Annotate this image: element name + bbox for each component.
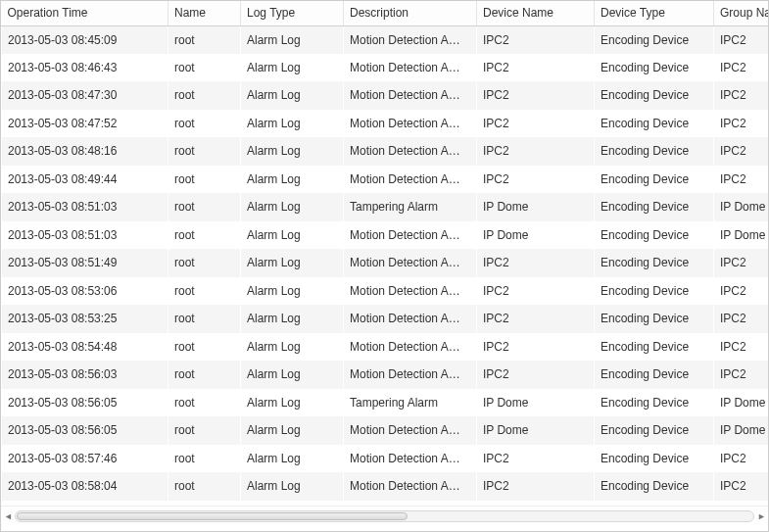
cell-device-type: Encoding Device	[595, 445, 714, 473]
cell-log-type: Alarm Log	[241, 221, 344, 250]
cell-group-name: IPC2	[714, 472, 769, 501]
cell-device-type: Encoding Device	[595, 277, 714, 306]
cell-operation-time: 2013-05-03 08:57:46	[2, 445, 168, 473]
cell-group-name: IPC2	[714, 277, 769, 306]
cell-device-type: Encoding Device	[595, 81, 714, 110]
cell-operation-time: 2013-05-03 08:45:09	[2, 25, 168, 54]
cell-device-name: IP Dome	[477, 416, 595, 445]
cell-device-name: IP Dome	[477, 193, 595, 221]
cell-operation-time: 2013-05-03 08:56:05	[2, 416, 168, 445]
cell-operation-time: 2013-05-03 08:51:03	[2, 193, 168, 221]
cell-group-name: IPC2	[714, 249, 769, 277]
table-row[interactable]: 2013-05-03 08:47:30rootAlarm LogMotion D…	[2, 81, 769, 110]
table-row[interactable]: 2013-05-03 08:56:05rootAlarm LogTamperin…	[2, 389, 769, 417]
cell-name: root	[168, 81, 241, 110]
cell-operation-time: 2013-05-03 08:49:44	[2, 166, 168, 194]
cell-device-name: IPC2	[477, 81, 595, 110]
cell-description: Motion Detection A…	[344, 110, 477, 138]
cell-device-type: Encoding Device	[595, 333, 714, 362]
cell-device-name: IPC2	[477, 25, 595, 54]
cell-log-type: Alarm Log	[241, 81, 344, 110]
cell-group-name: IPC2	[714, 137, 769, 166]
cell-description: Motion Detection A…	[344, 166, 477, 194]
cell-log-type: Alarm Log	[241, 54, 344, 82]
table-row[interactable]: 2013-05-03 08:48:16rootAlarm LogMotion D…	[2, 137, 769, 166]
scroll-left-icon[interactable]: ◄	[4, 511, 12, 521]
col-header-description[interactable]: Description	[344, 1, 477, 25]
col-header-name[interactable]: Name	[168, 1, 241, 25]
cell-description: Tampering Alarm	[344, 389, 477, 417]
cell-device-type: Encoding Device	[595, 54, 714, 82]
cell-name: root	[168, 193, 241, 221]
col-header-group-name[interactable]: Group Name	[714, 1, 769, 25]
cell-group-name: IPC2	[714, 81, 769, 110]
table-header-row: Operation Time Name Log Type Description…	[2, 1, 769, 25]
cell-operation-time: 2013-05-03 08:56:03	[2, 361, 168, 389]
cell-operation-time: 2013-05-03 08:53:06	[2, 277, 168, 306]
col-header-operation-time[interactable]: Operation Time	[2, 1, 168, 25]
cell-device-name: IPC2	[477, 249, 595, 277]
cell-description: Motion Detection A…	[344, 445, 477, 473]
cell-name: root	[168, 221, 241, 250]
table-row[interactable]: 2013-05-03 08:51:03rootAlarm LogTamperin…	[2, 193, 769, 221]
horizontal-scrollbar[interactable]: ◄ ►	[1, 506, 768, 525]
cell-log-type: Alarm Log	[241, 389, 344, 417]
cell-name: root	[168, 25, 241, 54]
cell-group-name: IPC2	[714, 305, 769, 333]
cell-log-type: Alarm Log	[241, 249, 344, 277]
cell-device-type: Encoding Device	[595, 416, 714, 445]
cell-device-name: IPC2	[477, 333, 595, 362]
scroll-track[interactable]	[15, 510, 754, 522]
cell-name: root	[168, 361, 241, 389]
cell-device-type: Encoding Device	[595, 305, 714, 333]
cell-log-type: Alarm Log	[241, 416, 344, 445]
cell-log-type: Alarm Log	[241, 25, 344, 54]
table-row[interactable]: 2013-05-03 08:57:46rootAlarm LogMotion D…	[2, 445, 769, 473]
table-row[interactable]: 2013-05-03 08:56:05rootAlarm LogMotion D…	[2, 416, 769, 445]
cell-group-name: IPC2	[714, 166, 769, 194]
cell-device-name: IPC2	[477, 166, 595, 194]
cell-device-name: IPC2	[477, 305, 595, 333]
cell-log-type: Alarm Log	[241, 333, 344, 362]
cell-log-type: Alarm Log	[241, 361, 344, 389]
table-row[interactable]: 2013-05-03 08:47:52rootAlarm LogMotion D…	[2, 110, 769, 138]
cell-name: root	[168, 445, 241, 473]
table-row[interactable]: 2013-05-03 08:49:44rootAlarm LogMotion D…	[2, 166, 769, 194]
scroll-right-icon[interactable]: ►	[757, 511, 765, 521]
table-row[interactable]: 2013-05-03 08:58:04rootAlarm LogMotion D…	[2, 472, 769, 501]
cell-log-type: Alarm Log	[241, 445, 344, 473]
cell-group-name: IPC2	[714, 110, 769, 138]
cell-name: root	[168, 389, 241, 417]
col-header-device-name[interactable]: Device Name	[477, 1, 595, 25]
cell-group-name: IPC2	[714, 361, 769, 389]
cell-operation-time: 2013-05-03 08:53:25	[2, 305, 168, 333]
table-row[interactable]: 2013-05-03 08:53:06rootAlarm LogMotion D…	[2, 277, 769, 306]
cell-device-name: IPC2	[477, 445, 595, 473]
cell-device-type: Encoding Device	[595, 193, 714, 221]
table-row[interactable]: 2013-05-03 08:51:49rootAlarm LogMotion D…	[2, 249, 769, 277]
cell-device-name: IPC2	[477, 277, 595, 306]
table-row[interactable]: 2013-05-03 08:45:09rootAlarm LogMotion D…	[2, 25, 769, 54]
table-row[interactable]: 2013-05-03 08:56:03rootAlarm LogMotion D…	[2, 361, 769, 389]
cell-device-type: Encoding Device	[595, 361, 714, 389]
table-row[interactable]: 2013-05-03 08:46:43rootAlarm LogMotion D…	[2, 54, 769, 82]
table-row[interactable]: 2013-05-03 08:53:25rootAlarm LogMotion D…	[2, 305, 769, 333]
col-header-log-type[interactable]: Log Type	[241, 1, 344, 25]
cell-log-type: Alarm Log	[241, 193, 344, 221]
cell-name: root	[168, 472, 241, 501]
cell-operation-time: 2013-05-03 08:58:04	[2, 472, 168, 501]
table-row[interactable]: 2013-05-03 08:51:03rootAlarm LogMotion D…	[2, 221, 769, 250]
scroll-thumb[interactable]	[17, 512, 408, 520]
cell-log-type: Alarm Log	[241, 472, 344, 501]
col-header-device-type[interactable]: Device Type	[595, 1, 714, 25]
cell-name: root	[168, 110, 241, 138]
table-row[interactable]: 2013-05-03 08:54:48rootAlarm LogMotion D…	[2, 333, 769, 362]
cell-operation-time: 2013-05-03 08:54:48	[2, 333, 168, 362]
cell-group-name: IPC2	[714, 445, 769, 473]
cell-device-type: Encoding Device	[595, 166, 714, 194]
cell-operation-time: 2013-05-03 08:51:03	[2, 221, 168, 250]
cell-device-name: IP Dome	[477, 221, 595, 250]
cell-description: Motion Detection A…	[344, 416, 477, 445]
cell-description: Motion Detection A…	[344, 333, 477, 362]
cell-description: Motion Detection A…	[344, 54, 477, 82]
